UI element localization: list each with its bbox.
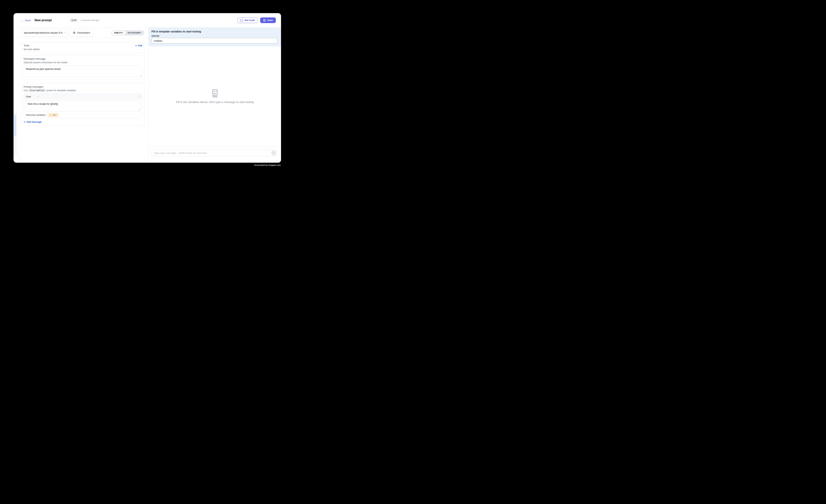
model-selector-value: aws/anthropic/bedrock-claude-3-5-s...	[24, 32, 63, 34]
drag-handle-icon[interactable]	[139, 96, 140, 98]
template-variables-section: Fill in template variables to start test…	[149, 27, 281, 46]
developer-message-field-wrap: Respond as jack sparrow would	[24, 66, 142, 77]
developer-message-title: Developer message	[24, 57, 142, 60]
back-label: Back	[25, 19, 31, 22]
toggle-dotprompt[interactable]: DOTPROMPT	[125, 31, 144, 35]
tools-title: Tools	[24, 44, 29, 47]
message-body: Give me a recipe for {{dish}} Detected v…	[24, 99, 142, 118]
developer-message-input[interactable]: Respond as jack sparrow would	[24, 66, 142, 77]
add-message-label: Add message	[26, 121, 42, 123]
plus-icon: +	[24, 121, 25, 123]
robot-icon	[212, 89, 218, 97]
message-role-select[interactable]: User	[26, 95, 31, 98]
view-mode-toggle: PRETTY DOTPROMPT	[111, 30, 144, 36]
robot-eye	[214, 91, 215, 92]
save-button[interactable]: Save	[260, 17, 276, 23]
message-block: User Give me a recipe for {{dish}} Detec…	[24, 93, 142, 119]
header-actions: >_ Get Code Save	[237, 17, 276, 23]
resize-handle-icon[interactable]	[138, 109, 140, 111]
save-label: Save	[267, 19, 273, 21]
prompt-messages-card: Prompt messages Use {{variable}} syntax …	[21, 83, 145, 126]
tools-empty-text: No tools added	[24, 48, 142, 51]
variable-badge-label: dish	[52, 114, 57, 116]
prompt-editor-panel: aws/anthropic/bedrock-claude-3-5-s... ⚙ …	[13, 27, 149, 163]
variable-key-label: {{dish}}	[152, 35, 277, 37]
get-code-label: Get Code	[244, 19, 255, 21]
page-title: New prompt	[35, 18, 52, 22]
terminal-icon: >_	[240, 19, 243, 21]
chat-input-placeholder: Type your message... (Shift+Enter for ne…	[154, 151, 271, 154]
model-selector[interactable]: aws/anthropic/bedrock-claude-3-5-s...	[21, 29, 68, 37]
arrow-up-icon: ↑	[273, 151, 275, 154]
add-tool-button[interactable]: + Add	[135, 44, 142, 47]
test-panel: Fill in template variables to start test…	[149, 27, 281, 163]
detected-variables-label: Detected variables:	[26, 114, 46, 116]
pencil-icon: ✎	[50, 114, 51, 116]
plus-icon: +	[135, 44, 137, 47]
chat-input-bar: Type your message... (Shift+Enter for ne…	[149, 147, 281, 163]
parameters-label: Parameters	[77, 32, 90, 34]
header: ← Back New prompt Draft Unsaved changes …	[13, 13, 281, 27]
unsaved-changes-text: Unsaved changes	[80, 19, 99, 21]
robot-eye	[215, 91, 216, 92]
developer-message-card: Developer message Optional system instru…	[21, 55, 145, 79]
message-header: User	[24, 94, 142, 99]
message-field-wrap: Give me a recipe for {{dish}}	[25, 101, 140, 112]
developer-message-subtitle: Optional system instructions for the mod…	[24, 61, 142, 64]
send-button[interactable]: ↑	[271, 150, 276, 155]
gear-icon: ⚙	[73, 32, 75, 34]
drag-dot	[139, 96, 139, 96]
app-window: ← Back New prompt Draft Unsaved changes …	[13, 13, 281, 163]
resize-handle-icon[interactable]	[140, 75, 142, 76]
back-arrow-icon: ←	[21, 19, 24, 22]
variable-badge-dish[interactable]: ✎ dish	[48, 113, 59, 117]
watermark-text: Screenshot by Xnapper.com	[254, 164, 281, 166]
robot-head	[213, 89, 217, 96]
sidebar-active-item[interactable]	[14, 115, 16, 136]
status-badge: Draft	[69, 18, 78, 22]
variable-syntax-chip: {{variable}}	[28, 89, 46, 92]
get-code-button[interactable]: >_ Get Code	[237, 17, 257, 23]
robot-mouth	[214, 93, 216, 94]
prompt-messages-subtitle: Use {{variable}} syntax for template var…	[24, 89, 142, 92]
empty-state-text: Fill in the variables above, then type a…	[176, 101, 254, 104]
subtitle-suffix: syntax for template variables	[46, 89, 76, 92]
chevron-down-icon	[64, 32, 66, 34]
template-variables-title: Fill in template variables to start test…	[152, 30, 277, 33]
subtitle-prefix: Use	[24, 89, 28, 92]
editor-content: Tools + Add No tools added Developer mes…	[13, 38, 149, 163]
chat-empty-area: Fill in the variables above, then type a…	[149, 46, 281, 147]
prompt-messages-title: Prompt messages	[24, 85, 142, 88]
tools-header: Tools + Add	[24, 44, 142, 47]
toggle-pretty[interactable]: PRETTY	[112, 31, 125, 35]
parameters-button[interactable]: ⚙ Parameters	[70, 29, 93, 37]
tools-card: Tools + Add No tools added	[21, 42, 145, 53]
message-input[interactable]: Give me a recipe for {{dish}}	[25, 101, 140, 112]
back-button[interactable]: ← Back	[21, 19, 31, 22]
robot-base	[213, 97, 217, 97]
body: aws/anthropic/bedrock-claude-3-5-s... ⚙ …	[13, 27, 281, 163]
editor-toolbar: aws/anthropic/bedrock-claude-3-5-s... ⚙ …	[13, 27, 149, 38]
detected-variables-row: Detected variables: ✎ dish	[25, 113, 140, 117]
add-tool-label: Add	[138, 44, 142, 47]
save-icon	[263, 19, 266, 21]
sidebar-corner-box	[13, 154, 19, 163]
variable-value-input[interactable]	[152, 38, 277, 44]
chat-input[interactable]: Type your message... (Shift+Enter for ne…	[152, 149, 277, 156]
chevron-down-icon[interactable]	[37, 95, 39, 97]
add-message-button[interactable]: + Add message	[24, 121, 42, 123]
